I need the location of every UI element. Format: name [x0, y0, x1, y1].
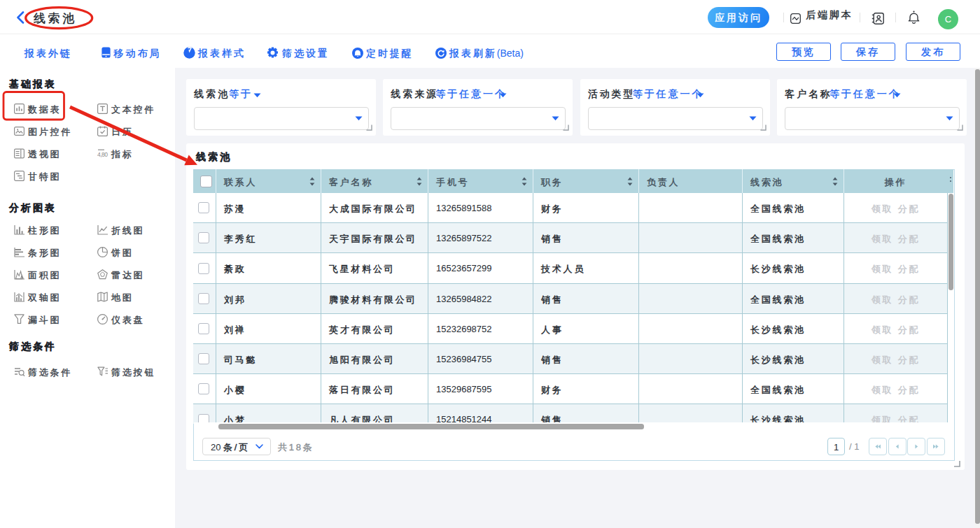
svg-text:4,80: 4,80	[97, 151, 108, 158]
